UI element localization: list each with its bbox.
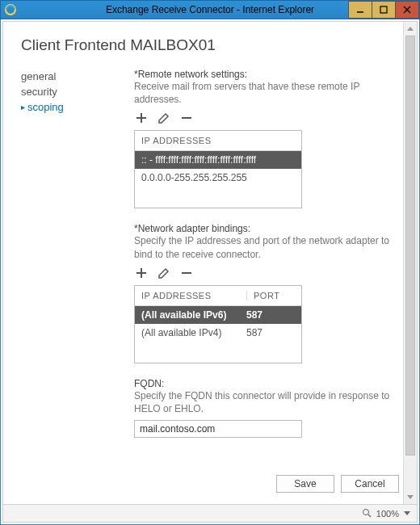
list-item[interactable]: 0.0.0.0-255.255.255.255 <box>135 169 301 187</box>
side-nav: general security scoping <box>21 69 134 438</box>
remove-icon[interactable] <box>179 266 194 280</box>
fqdn-label: FQDN: <box>134 378 399 389</box>
window-controls <box>349 1 419 19</box>
bindings-label: *Network adapter bindings: <box>134 223 399 234</box>
vertical-scrollbar[interactable] <box>403 22 417 504</box>
remote-toolbar <box>134 111 399 125</box>
nav-item-general[interactable]: general <box>21 69 134 84</box>
binding-port: 587 <box>246 327 295 338</box>
nav-item-scoping[interactable]: scoping <box>21 99 134 115</box>
ie-icon <box>4 3 17 16</box>
edit-icon[interactable] <box>157 111 171 125</box>
dialog-footer: Save Cancel <box>276 475 399 493</box>
scroll-thumb[interactable] <box>405 36 415 456</box>
bindings-list[interactable]: IP ADDRESSES PORT (All available IPv6) 5… <box>134 285 302 363</box>
minimize-button[interactable] <box>348 1 372 19</box>
close-button[interactable] <box>395 1 419 19</box>
remote-ip-list[interactable]: IP ADDRESSES :: - ffff:ffff:ffff:ffff:ff… <box>134 130 302 208</box>
save-button[interactable]: Save <box>276 475 334 493</box>
bindings-toolbar <box>134 266 399 280</box>
zoom-icon[interactable] <box>362 508 372 519</box>
svg-point-11 <box>363 509 368 514</box>
zoom-level[interactable]: 100% <box>376 509 399 519</box>
bindings-help: Specify the IP addresses and port of the… <box>134 234 399 260</box>
fqdn-help: Specify the FQDN this connector will pro… <box>134 389 399 415</box>
svg-line-12 <box>368 514 371 517</box>
bindings-header-ip: IP ADDRESSES <box>141 291 253 300</box>
maximize-button[interactable] <box>372 1 396 19</box>
remote-list-header: IP ADDRESSES <box>135 131 301 151</box>
status-bar: 100% <box>3 504 417 522</box>
cancel-button[interactable]: Cancel <box>341 475 399 493</box>
fqdn-input[interactable] <box>134 420 302 438</box>
list-item[interactable]: :: - ffff:ffff:ffff:ffff:ffff:ffff:ffff:… <box>135 151 301 169</box>
binding-ip: (All available IPv4) <box>141 327 246 338</box>
titlebar: Exchange Receive Connector - Internet Ex… <box>0 0 420 19</box>
ip-value: 0.0.0.0-255.255.255.255 <box>141 172 295 183</box>
remote-label: *Remote network settings: <box>134 69 399 80</box>
ip-value: :: - ffff:ffff:ffff:ffff:ffff:ffff:ffff:… <box>141 154 295 166</box>
edit-icon[interactable] <box>157 266 171 280</box>
scroll-up-icon[interactable] <box>404 22 417 36</box>
add-icon[interactable] <box>134 266 149 280</box>
bindings-header-port: PORT <box>246 291 295 300</box>
remove-icon[interactable] <box>179 111 194 125</box>
add-icon[interactable] <box>134 111 149 125</box>
chevron-down-icon[interactable] <box>404 511 410 515</box>
binding-ip: (All available IPv6) <box>141 309 246 321</box>
bindings-list-header: IP ADDRESSES PORT <box>135 286 301 306</box>
remote-help: Receive mail from servers that have thes… <box>134 80 399 106</box>
nav-item-security[interactable]: security <box>21 84 134 99</box>
page-title: Client Frontend MAILBOX01 <box>21 36 399 54</box>
scroll-down-icon[interactable] <box>404 490 417 504</box>
remote-header-ip: IP ADDRESSES <box>141 136 295 145</box>
binding-port: 587 <box>246 309 295 321</box>
list-item[interactable]: (All available IPv4) 587 <box>135 324 301 342</box>
svg-rect-2 <box>380 6 387 13</box>
list-item[interactable]: (All available IPv6) 587 <box>135 306 301 324</box>
